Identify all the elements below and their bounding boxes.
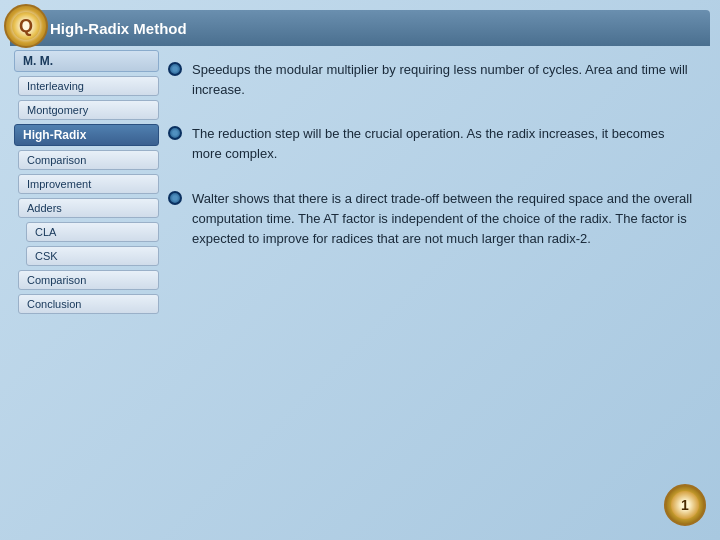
badge-logo: 1	[664, 484, 706, 526]
logo-circle: Q	[4, 4, 48, 48]
page-title: High-Radix Method	[50, 20, 187, 37]
bullet-text-3: Walter shows that there is a direct trad…	[192, 189, 696, 249]
sidebar-item-conclusion[interactable]: Conclusion	[18, 294, 159, 314]
sidebar-item-interleaving[interactable]: Interleaving	[18, 76, 159, 96]
logo-inner: Q	[12, 12, 40, 40]
bullet-block-2: The reduction step will be the crucial o…	[168, 124, 696, 164]
logo-q-icon: Q	[19, 16, 33, 37]
bullet-icon-1	[168, 62, 182, 76]
sidebar-item-improvement[interactable]: Improvement	[18, 174, 159, 194]
sidebar-item-cla[interactable]: CLA	[26, 222, 159, 242]
bullet-icon-3	[168, 191, 182, 205]
sidebar-item-csk[interactable]: CSK	[26, 246, 159, 266]
sidebar-item-adders[interactable]: Adders	[18, 198, 159, 218]
badge-number: 1	[681, 497, 689, 513]
header-bar: High-Radix Method	[10, 10, 710, 46]
sidebar-item-high-radix[interactable]: High-Radix	[14, 124, 159, 146]
sidebar-item-comparison2[interactable]: Comparison	[18, 270, 159, 290]
sidebar-item-mm[interactable]: M. M.	[14, 50, 159, 72]
bullet-icon-2	[168, 126, 182, 140]
main-content: Speedups the modular multiplier by requi…	[168, 50, 706, 526]
badge-inner: 1	[671, 491, 699, 519]
sidebar-item-montgomery[interactable]: Montgomery	[18, 100, 159, 120]
bullet-block-1: Speedups the modular multiplier by requi…	[168, 60, 696, 100]
page-wrapper: Q High-Radix Method M. M. Interleaving M…	[0, 0, 720, 540]
bullet-text-2: The reduction step will be the crucial o…	[192, 124, 696, 164]
sidebar-item-comparison1[interactable]: Comparison	[18, 150, 159, 170]
sidebar: M. M. Interleaving Montgomery High-Radix…	[14, 50, 159, 314]
bullet-text-1: Speedups the modular multiplier by requi…	[192, 60, 696, 100]
bullet-block-3: Walter shows that there is a direct trad…	[168, 189, 696, 249]
